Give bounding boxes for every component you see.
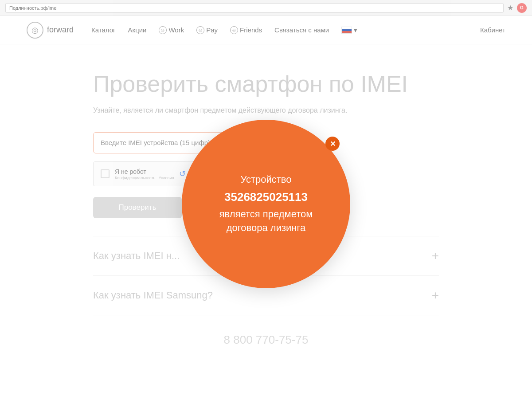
modal-overlay: ✕ Устройство 3526825025113 является пред… xyxy=(0,0,532,408)
modal-circle: ✕ Устройство 3526825025113 является пред… xyxy=(182,120,350,288)
modal-close-button[interactable]: ✕ xyxy=(325,137,340,151)
modal-line1: Устройство xyxy=(240,173,291,187)
modal-imei: 3526825025113 xyxy=(224,190,308,204)
modal-line2: является предметом xyxy=(219,208,313,221)
modal-line3: договора лизинга xyxy=(227,221,306,235)
